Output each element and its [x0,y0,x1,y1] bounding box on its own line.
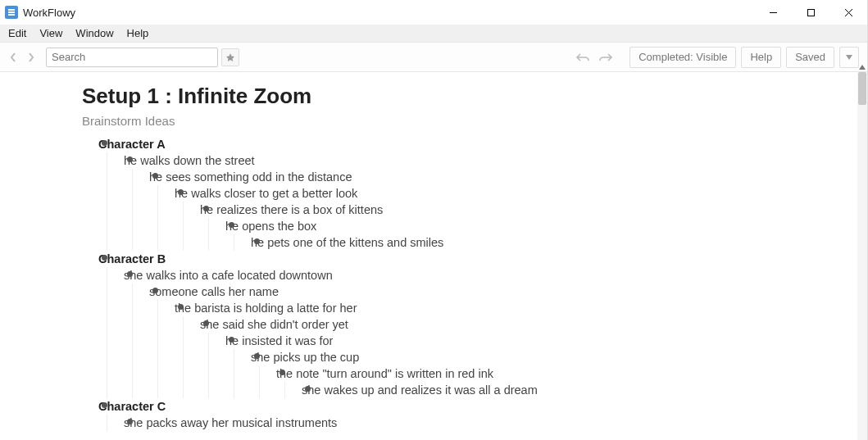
outline-node[interactable]: she picks up the cupthe note "turn aroun… [234,349,857,398]
outline-text[interactable]: he walks closer to get a better look [175,185,857,202]
star-button[interactable] [221,48,239,66]
scrollbar-thumb[interactable] [858,72,866,105]
menu-window[interactable]: Window [69,25,120,41]
svg-rect-2 [8,14,15,16]
bullet-icon[interactable] [102,402,107,408]
outline-text[interactable]: the note "turn around" is written in red… [276,365,857,382]
redo-button[interactable] [597,48,615,66]
bullet-icon[interactable] [203,320,209,326]
outline-text[interactable]: he insisted it was for [225,333,857,349]
outline-node[interactable]: Character Bshe walks into a cafe located… [82,251,857,398]
minimize-button[interactable] [754,0,792,25]
outline-children: she said she didn't order yethe insisted… [183,316,857,398]
outline-children: someone calls her namethe barista is hol… [132,284,857,398]
bullet-icon[interactable] [127,419,133,424]
scroll-up-icon[interactable] [857,62,867,72]
bullet-icon[interactable] [305,386,311,392]
outline-children: he pets one of the kittens and smiles [234,234,857,251]
app-window: WorkFlowy Edit View Window Help [0,0,868,440]
svg-rect-4 [807,9,814,16]
outline-text[interactable]: she picks up the cup [251,349,857,365]
saved-button[interactable]: Saved [786,47,834,68]
svg-rect-1 [8,11,15,13]
vertical-scrollbar[interactable] [857,72,867,440]
outline-children: she wakes up and realizes it was all a d… [284,382,857,398]
outline-node[interactable]: he insisted it was forshe picks up the c… [209,333,857,398]
menu-edit[interactable]: Edit [2,25,33,41]
outline-text[interactable]: Character C [98,398,857,415]
menu-dropdown-button[interactable] [839,47,859,68]
svg-marker-8 [859,65,866,70]
outline-text[interactable]: he realizes there is a box of kittens [200,202,857,218]
page-title[interactable]: Setup 1 : Infinite Zoom [82,84,857,109]
outline-text[interactable]: Character A [98,136,857,152]
outline-node[interactable]: someone calls her namethe barista is hol… [133,284,857,398]
outline-text[interactable]: Character B [98,251,857,267]
menu-view[interactable]: View [33,25,69,41]
nav-forward-button[interactable] [23,48,39,67]
nav-back-button[interactable] [5,48,21,67]
outline-children: he realizes there is a box of kittenshe … [183,202,857,251]
bullet-icon[interactable] [102,140,107,146]
outline-node[interactable]: he sees something odd in the distancehe … [133,169,857,251]
outline-node[interactable]: she walks into a cafe located downtownso… [107,267,857,398]
bullet-icon[interactable] [178,304,184,310]
bullet-icon[interactable] [254,238,260,244]
outline-node[interactable]: he walks down the streethe sees somethin… [107,152,857,251]
outline-children: he insisted it was forshe picks up the c… [208,333,857,398]
outline-text[interactable]: he pets one of the kittens and smiles [251,234,857,251]
app-title: WorkFlowy [23,7,75,19]
outline-node[interactable]: the barista is holding a latte for hersh… [158,300,857,398]
outline-text[interactable]: he walks down the street [124,152,857,169]
help-button[interactable]: Help [741,47,781,68]
bullet-icon[interactable] [254,353,260,359]
outline-text[interactable]: she said she didn't order yet [200,316,857,333]
outline-text[interactable]: the barista is holding a latte for her [175,300,857,316]
outline-children: he opens the boxhe pets one of the kitte… [208,218,857,251]
outline-root: Character Ahe walks down the streethe se… [82,136,857,431]
outline-children: he sees something odd in the distancehe … [132,169,857,251]
bullet-icon[interactable] [102,255,107,261]
outline-text[interactable]: he opens the box [225,218,857,234]
bullet-icon[interactable] [178,189,184,195]
completed-visibility-button[interactable]: Completed: Visible [629,47,736,68]
bullet-icon[interactable] [229,222,234,228]
bullet-icon[interactable] [127,156,133,162]
outline-node[interactable]: she wakes up and realizes it was all a d… [285,382,857,398]
toolbar: Completed: Visible Help Saved [0,43,867,72]
close-button[interactable] [829,0,867,25]
outline-children: she picks up the cupthe note "turn aroun… [234,349,857,398]
search-input[interactable] [46,48,218,67]
outline-node[interactable]: Character Cshe packs away her musical in… [82,398,857,431]
window-controls [754,0,867,25]
outline-text[interactable]: she walks into a cafe located downtown [124,267,857,284]
page-subtitle[interactable]: Brainstorm Ideas [82,114,857,128]
bullet-icon[interactable] [279,370,285,375]
outline-children: he walks closer to get a better lookhe r… [157,185,857,251]
bullet-icon[interactable] [229,337,234,342]
outline-children: the note "turn around" is written in red… [259,365,857,398]
bullet-icon[interactable] [203,206,209,211]
outline-node[interactable]: he pets one of the kittens and smiles [234,234,857,251]
outline-node[interactable]: she said she didn't order yethe insisted… [184,316,857,398]
bullet-icon[interactable] [152,288,158,293]
menu-help[interactable]: Help [120,25,156,41]
bullet-icon[interactable] [152,173,158,179]
bullet-icon[interactable] [127,271,133,277]
undo-button[interactable] [574,48,592,66]
outline-node[interactable]: he realizes there is a box of kittenshe … [184,202,857,251]
outline-text[interactable]: she packs away her musical instruments [124,415,857,431]
outline-children: the barista is holding a latte for hersh… [157,300,857,398]
outline-node[interactable]: the note "turn around" is written in red… [260,365,857,398]
menu-bar: Edit View Window Help [0,25,867,43]
outline-node[interactable]: he walks closer to get a better lookhe r… [158,185,857,251]
outline-node[interactable]: she packs away her musical instruments [107,415,857,431]
outline-text[interactable]: he sees something odd in the distance [149,169,857,185]
svg-marker-7 [846,55,852,60]
outline-text[interactable]: she wakes up and realizes it was all a d… [302,382,857,398]
outline-node[interactable]: he opens the boxhe pets one of the kitte… [209,218,857,251]
outline-text[interactable]: someone calls her name [149,284,857,300]
outline-node[interactable]: Character Ahe walks down the streethe se… [82,136,857,251]
outline-children: she packs away her musical instruments [107,415,857,431]
maximize-button[interactable] [792,0,829,25]
